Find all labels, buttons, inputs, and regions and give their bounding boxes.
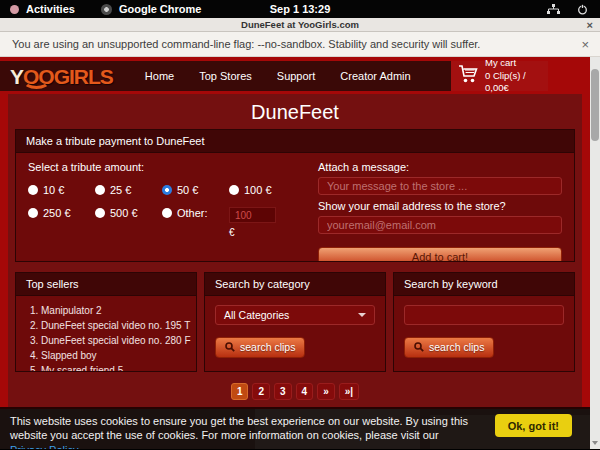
- search-category-panel: Search by category All Categories search…: [204, 272, 386, 372]
- radio-icon[interactable]: [28, 185, 38, 195]
- message-input[interactable]: [318, 177, 562, 195]
- radio-icon[interactable]: [162, 208, 172, 218]
- search-keyword-header: Search by keyword: [394, 273, 574, 296]
- search-icon: [225, 342, 235, 352]
- chrome-warning-bar: You are using an unsupported command-lin…: [0, 32, 600, 57]
- network-icon[interactable]: [547, 4, 560, 15]
- radio-icon[interactable]: [28, 208, 38, 218]
- header-spacer: [548, 61, 590, 91]
- other-amount-input[interactable]: [229, 207, 276, 223]
- warning-text: You are using an unsupported command-lin…: [12, 38, 480, 50]
- search-clips-category-button[interactable]: search clips: [215, 337, 305, 358]
- nav-item-creator-admin[interactable]: Creator Admin: [340, 70, 410, 82]
- search-category-header: Search by category: [205, 273, 385, 296]
- pagination: 1 2 3 4 » »|: [8, 383, 582, 400]
- tribute-panel-header: Make a tribute payment to DuneFeet: [16, 130, 574, 153]
- currency-label: €: [229, 227, 296, 238]
- page-body: YOOGIRLS Home Top Stores Support Creator…: [0, 57, 590, 449]
- top-seller-item[interactable]: My scared friend 5: [41, 363, 196, 372]
- page-button-last[interactable]: »|: [339, 383, 359, 400]
- page-button-2[interactable]: 2: [252, 383, 270, 400]
- warning-close-icon[interactable]: ×: [581, 37, 589, 52]
- page-button-3[interactable]: 3: [274, 383, 292, 400]
- amount-option-250[interactable]: 250 €: [28, 207, 95, 238]
- keyword-input[interactable]: [404, 305, 564, 325]
- search-icon: [414, 342, 424, 352]
- logo-text-y: Y: [10, 65, 23, 88]
- activities-button[interactable]: Activities: [26, 3, 75, 15]
- browser-viewport: YOOGIRLS Home Top Stores Support Creator…: [0, 57, 600, 449]
- main-nav: Home Top Stores Support Creator Admin: [145, 70, 411, 82]
- chevron-down-icon: [358, 313, 366, 317]
- radio-checked-icon[interactable]: [162, 185, 172, 195]
- bottom-columns: Top sellers Manipulator 2 DuneFeet speci…: [15, 272, 575, 372]
- scrollbar[interactable]: [590, 57, 600, 449]
- scrollbar-down-arrow-icon[interactable]: [592, 441, 598, 445]
- amount-option-other[interactable]: Other:: [162, 207, 229, 238]
- logo-smile-icon: [23, 73, 50, 89]
- page-title: DuneFeet: [8, 94, 582, 129]
- search-keyword-panel: Search by keyword search clips: [393, 272, 575, 372]
- power-icon[interactable]: [577, 4, 588, 15]
- top-sellers-header: Top sellers: [16, 273, 196, 296]
- cookie-accept-button[interactable]: Ok, got it!: [495, 414, 572, 437]
- nav-item-home[interactable]: Home: [145, 70, 174, 82]
- gnome-top-bar: Activities Google Chrome Sep 1 13:29: [0, 0, 600, 18]
- main-container: DuneFeet Make a tribute payment to DuneF…: [8, 94, 582, 408]
- search-clips-keyword-button[interactable]: search clips: [404, 337, 494, 358]
- top-sellers-list: Manipulator 2 DuneFeet special video no.…: [16, 303, 196, 372]
- nav-item-top-stores[interactable]: Top Stores: [199, 70, 252, 82]
- add-to-cart-button[interactable]: Add to cart!: [318, 247, 562, 261]
- message-label: Attach a message:: [318, 161, 562, 173]
- amount-option-25[interactable]: 25 €: [95, 184, 162, 196]
- logo-text-girls: GIRLS: [54, 65, 113, 88]
- site-header: YOOGIRLS Home Top Stores Support Creator…: [0, 61, 590, 91]
- amount-option-10[interactable]: 10 €: [28, 184, 95, 196]
- window-title-bar: DuneFeet at YooGirls.com ×: [0, 18, 600, 32]
- window-title: DuneFeet at YooGirls.com: [241, 19, 359, 30]
- cookie-text: This website uses cookies to ensure you …: [10, 414, 475, 449]
- amount-options: 10 € 25 € 50 € 100 € 250 € 500 € Other: …: [28, 184, 300, 238]
- email-input[interactable]: [318, 216, 562, 234]
- top-seller-item[interactable]: Slapped boy: [41, 348, 196, 363]
- amount-option-500[interactable]: 500 €: [95, 207, 162, 238]
- email-label: Show your email address to the store?: [318, 200, 562, 212]
- page-button-next[interactable]: »: [317, 383, 335, 400]
- top-seller-item[interactable]: Manipulator 2: [41, 303, 196, 318]
- activities-indicator-icon: [10, 5, 19, 14]
- app-menu-button[interactable]: Google Chrome: [119, 3, 202, 15]
- privacy-policy-link[interactable]: Privacy Policy: [10, 444, 78, 449]
- cart-summary: 0 Clip(s) / 0,00€: [485, 70, 548, 96]
- cart-icon: [458, 65, 479, 88]
- cart-widget[interactable]: My cart 0 Clip(s) / 0,00€: [451, 61, 548, 91]
- top-sellers-panel: Top sellers Manipulator 2 DuneFeet speci…: [15, 272, 197, 372]
- cart-title: My cart: [485, 57, 548, 70]
- chrome-app-icon: [101, 4, 112, 15]
- top-seller-item[interactable]: DuneFeet special video no. 280 F: [41, 333, 196, 348]
- radio-icon[interactable]: [95, 185, 105, 195]
- radio-icon[interactable]: [95, 208, 105, 218]
- cookie-consent-bar: This website uses cookies to ensure you …: [0, 409, 590, 449]
- radio-icon[interactable]: [229, 185, 239, 195]
- nav-item-support[interactable]: Support: [277, 70, 316, 82]
- site-logo[interactable]: YOOGIRLS: [10, 66, 113, 87]
- window-close-icon[interactable]: ×: [587, 18, 593, 32]
- tribute-panel: Make a tribute payment to DuneFeet Selec…: [15, 129, 575, 262]
- page-button-1[interactable]: 1: [231, 383, 249, 400]
- clock[interactable]: Sep 1 13:29: [270, 3, 331, 15]
- amount-label: Select a tribute amount:: [28, 161, 300, 173]
- top-seller-item[interactable]: DuneFeet special video no. 195 T: [41, 318, 196, 333]
- amount-option-50[interactable]: 50 €: [162, 184, 229, 196]
- category-select[interactable]: All Categories: [215, 305, 375, 325]
- scrollbar-thumb[interactable]: [591, 69, 599, 141]
- page-button-4[interactable]: 4: [296, 383, 314, 400]
- amount-option-100[interactable]: 100 €: [229, 184, 296, 196]
